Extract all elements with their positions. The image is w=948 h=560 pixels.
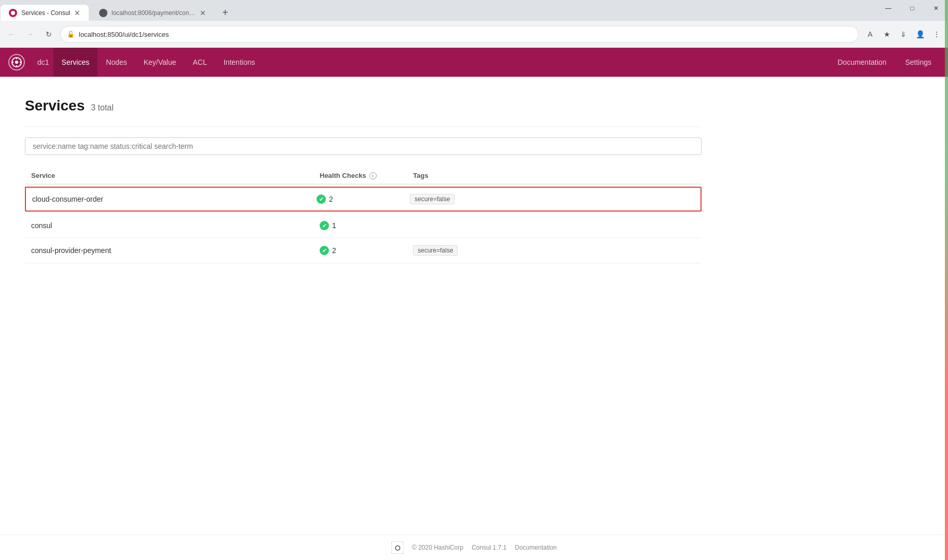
nav-documentation[interactable]: Documentation <box>829 48 895 77</box>
lock-icon: 🔓 <box>67 31 75 38</box>
back-button[interactable]: ← <box>4 27 19 41</box>
browser-tab-inactive[interactable]: localhost:8006/payment/cons... ✕ <box>90 4 215 21</box>
tab-favicon-consul <box>9 9 17 17</box>
nav-settings[interactable]: Settings <box>897 48 940 77</box>
footer-version: Consul 1.7.1 <box>472 544 506 551</box>
service-rows-container: cloud-consumer-order✔2secure=falseconsul… <box>25 187 702 263</box>
bookmark-icon[interactable]: ★ <box>880 27 894 41</box>
translate-icon[interactable]: A <box>863 27 877 41</box>
app-nav: dc1 Services Nodes Key/Value ACL Intenti… <box>0 48 948 77</box>
profile-icon[interactable]: 👤 <box>913 27 927 41</box>
health-cell: ✔2 <box>317 194 410 204</box>
nav-item-acl[interactable]: ACL <box>185 48 215 77</box>
nav-item-keyvalue[interactable]: Key/Value <box>135 48 185 77</box>
service-row[interactable]: cloud-consumer-order✔2secure=false <box>25 187 702 212</box>
nav-item-nodes[interactable]: Nodes <box>98 48 135 77</box>
tag-badge: secure=false <box>413 245 458 256</box>
col-header-health: Health Checks i <box>320 172 413 179</box>
tag-badge: secure=false <box>410 194 455 204</box>
svg-point-1 <box>15 61 18 64</box>
health-cell: ✔2 <box>320 246 413 255</box>
nav-dc: dc1 <box>33 58 53 66</box>
hashicorp-logo: ⬡ <box>391 541 404 554</box>
tab-close-active[interactable]: ✕ <box>74 9 80 17</box>
col-header-service: Service <box>25 172 320 179</box>
menu-icon[interactable]: ⋮ <box>929 27 944 41</box>
footer-documentation[interactable]: Documentation <box>515 544 557 551</box>
browser-actions: A ★ ⇓ 👤 ⋮ <box>863 27 944 41</box>
svg-text:⬡: ⬡ <box>395 544 401 552</box>
health-count: 2 <box>332 246 336 255</box>
service-row[interactable]: consul✔1 <box>25 214 702 238</box>
download-icon[interactable]: ⇓ <box>896 27 911 41</box>
browser-tab-active[interactable]: Services - Consul ✕ <box>0 4 89 21</box>
minimize-button[interactable]: — <box>876 0 900 17</box>
main-content: Services 3 total Service Health Checks i… <box>0 77 726 284</box>
address-text: localhost:8500/ui/dc1/services <box>79 31 852 38</box>
tab-favicon-generic <box>99 9 107 17</box>
tags-cell: secure=false <box>413 245 702 256</box>
health-count: 1 <box>332 221 336 230</box>
nav-right: Documentation Settings <box>829 48 940 77</box>
health-count: 2 <box>329 195 333 203</box>
col-header-tags: Tags <box>413 172 702 179</box>
consul-logo-svg <box>11 57 22 68</box>
footer: ⬡ © 2020 HashiCorp Consul 1.7.1 Document… <box>0 535 948 560</box>
check-icon: ✔ <box>320 246 329 255</box>
tab-title-inactive: localhost:8006/payment/cons... <box>112 9 196 17</box>
service-row[interactable]: consul-provider-peyment✔2secure=false <box>25 238 702 263</box>
tab-close-inactive[interactable]: ✕ <box>200 9 206 17</box>
check-icon: ✔ <box>317 194 326 204</box>
tab-title-active: Services - Consul <box>21 9 70 17</box>
tags-cell: secure=false <box>410 194 694 204</box>
nav-item-services[interactable]: Services <box>53 48 98 77</box>
nav-item-intentions[interactable]: Intentions <box>215 48 264 77</box>
health-info-icon[interactable]: i <box>369 172 377 179</box>
health-cell: ✔1 <box>320 221 413 230</box>
scrollbar-accent[interactable] <box>945 0 948 560</box>
address-bar[interactable]: 🔓 localhost:8500/ui/dc1/services <box>60 26 859 43</box>
new-tab-button[interactable]: + <box>217 4 233 21</box>
address-bar-row: ← → ↻ 🔓 localhost:8500/ui/dc1/services A… <box>0 21 948 48</box>
service-name: consul <box>31 221 320 230</box>
search-input[interactable] <box>25 137 702 155</box>
service-name: consul-provider-peyment <box>31 246 320 255</box>
check-icon: ✔ <box>320 221 329 230</box>
page-count: 3 total <box>91 103 114 113</box>
footer-copyright: © 2020 HashiCorp <box>412 544 463 551</box>
page-header: Services 3 total <box>25 97 702 114</box>
forward-button[interactable]: → <box>23 27 37 41</box>
maximize-button[interactable]: □ <box>900 0 924 17</box>
page-title: Services <box>25 97 85 114</box>
reload-button[interactable]: ↻ <box>42 27 56 41</box>
table-header: Service Health Checks i Tags <box>25 167 702 185</box>
service-name: cloud-consumer-order <box>32 195 317 203</box>
consul-logo[interactable] <box>8 54 25 71</box>
